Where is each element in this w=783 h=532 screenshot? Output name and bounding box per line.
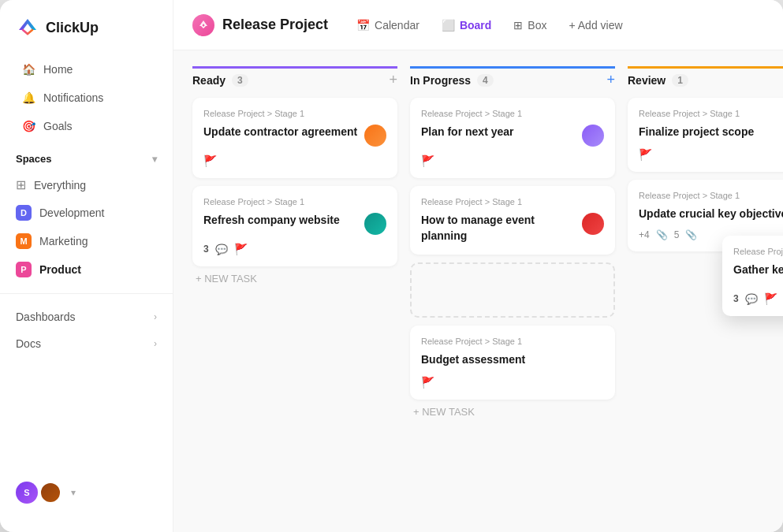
flag-red-icon: 🚩 bbox=[639, 148, 652, 161]
sidebar-marketing-label: Marketing bbox=[39, 235, 88, 247]
review-cards-list: Release Project > Stage 1 Finalize proje… bbox=[628, 98, 783, 251]
spaces-section: Spaces ▾ bbox=[0, 140, 173, 171]
new-task-in-progress-label: + NEW TASK bbox=[413, 406, 475, 418]
column-ready-add-button[interactable]: + bbox=[389, 72, 397, 88]
board: Ready 3 + Release Project > Stage 1 Upda… bbox=[173, 50, 783, 532]
sidebar-item-product[interactable]: P Product bbox=[0, 255, 173, 284]
home-icon: 🏠 bbox=[22, 63, 35, 76]
floating-comment-count: 3 bbox=[733, 293, 739, 304]
column-in-progress-title: In Progress bbox=[410, 74, 471, 87]
floating-comment-icon: 💬 bbox=[745, 293, 758, 305]
column-in-progress-count: 4 bbox=[477, 74, 494, 87]
card-meta: Release Project > Stage 1 bbox=[639, 109, 783, 118]
card-title-row: Plan for next year bbox=[421, 125, 604, 147]
comment-count: 3 bbox=[203, 244, 209, 255]
column-header-in-progress: In Progress 4 + bbox=[410, 66, 615, 98]
docs-chevron-icon: › bbox=[154, 338, 157, 349]
card-footer: 🚩 bbox=[421, 154, 604, 167]
sidebar-item-notifications[interactable]: 🔔 Notifications bbox=[6, 84, 166, 111]
sidebar-item-marketing[interactable]: M Marketing bbox=[0, 227, 173, 255]
flag-yellow-icon: 🚩 bbox=[203, 154, 217, 167]
add-view-button[interactable]: + Add view bbox=[559, 14, 632, 36]
sidebar-item-goals[interactable]: 🎯 Goals bbox=[6, 113, 166, 140]
sidebar-item-home[interactable]: 🏠 Home bbox=[6, 56, 166, 83]
bell-icon: 🔔 bbox=[22, 91, 35, 104]
card-title-row: Refresh company website bbox=[203, 213, 386, 235]
new-task-ready-button[interactable]: + NEW TASK bbox=[192, 266, 397, 291]
nav-board[interactable]: ⬜ Board bbox=[432, 14, 501, 36]
avatar-user bbox=[39, 482, 62, 504]
project-title-area: Release Project bbox=[192, 14, 328, 36]
card-footer: 3 💬 🚩 bbox=[203, 243, 386, 255]
card-avatar bbox=[364, 125, 386, 147]
flag-red-icon: 🚩 bbox=[421, 154, 434, 167]
card-meta: Release Project > Stage 1 bbox=[421, 109, 604, 118]
flag-green-icon: 🚩 bbox=[234, 243, 248, 255]
floating-flag-icon: 🚩 bbox=[764, 292, 777, 305]
calendar-icon: 📅 bbox=[356, 19, 370, 32]
card-avatar bbox=[364, 213, 386, 235]
card-title: Plan for next year bbox=[421, 125, 576, 140]
card-update-contractor[interactable]: Release Project > Stage 1 Update contrac… bbox=[192, 98, 397, 178]
comment-icon: 💬 bbox=[215, 244, 228, 255]
sidebar-everything-label: Everything bbox=[34, 179, 86, 192]
floating-card: Release Project > Stage 1 Gather key res… bbox=[722, 236, 783, 316]
card-finalize-scope[interactable]: Release Project > Stage 1 Finalize proje… bbox=[628, 98, 783, 172]
user-footer[interactable]: S ▾ bbox=[0, 469, 173, 516]
project-name: Release Project bbox=[222, 17, 328, 33]
nav-calendar[interactable]: 📅 Calendar bbox=[347, 14, 429, 36]
card-footer: 🚩 bbox=[421, 376, 604, 389]
column-ready: Ready 3 + Release Project > Stage 1 Upda… bbox=[192, 66, 397, 291]
card-budget-assessment[interactable]: Release Project > Stage 1 Budget assessm… bbox=[410, 326, 615, 400]
floating-card-meta: Release Project > Stage 1 bbox=[733, 247, 783, 256]
column-in-progress-add-button[interactable]: + bbox=[606, 72, 615, 88]
card-event-planning[interactable]: Release Project > Stage 1 How to manage … bbox=[410, 186, 615, 255]
card-plan-next-year[interactable]: Release Project > Stage 1 Plan for next … bbox=[410, 98, 615, 178]
header-nav: 📅 Calendar ⬜ Board ⊞ Box + Add view bbox=[347, 14, 632, 36]
sidebar-goals-label: Goals bbox=[43, 120, 73, 132]
card-footer: 🚩 bbox=[639, 148, 783, 161]
card-title-row: Finalize project scope bbox=[639, 125, 783, 140]
nav-box[interactable]: ⊞ Box bbox=[504, 14, 556, 36]
card-title-row: Update crucial key objectives bbox=[639, 206, 783, 222]
new-task-in-progress-button[interactable]: + NEW TASK bbox=[410, 400, 615, 424]
new-task-ready-label: + NEW TASK bbox=[196, 273, 257, 285]
footer-chevron-icon: ▾ bbox=[71, 487, 76, 498]
column-title-wrap-review: Review 1 bbox=[628, 74, 688, 87]
column-header-ready: Ready 3 + bbox=[192, 66, 397, 98]
column-review: Review 1 + Release Project > Stage 1 Fin… bbox=[628, 66, 783, 251]
column-review-count: 1 bbox=[672, 74, 688, 87]
card-title-row: Budget assessment bbox=[421, 352, 604, 368]
column-review-title: Review bbox=[628, 74, 666, 87]
card-title: Update crucial key objectives bbox=[639, 206, 783, 222]
card-title: Finalize project scope bbox=[639, 125, 783, 140]
product-dot: P bbox=[16, 262, 32, 277]
card-title: Refresh company website bbox=[203, 213, 358, 229]
floating-card-title: Gather key resources bbox=[733, 262, 783, 278]
avatar-s: S bbox=[16, 482, 38, 504]
card-refresh-website[interactable]: Release Project > Stage 1 Refresh compan… bbox=[192, 186, 397, 266]
box-icon: ⊞ bbox=[513, 19, 523, 32]
card-title: Budget assessment bbox=[421, 352, 604, 368]
card-meta: Release Project > Stage 1 bbox=[639, 191, 783, 200]
sidebar-item-dashboards[interactable]: Dashboards › bbox=[0, 303, 173, 330]
sidebar-item-development[interactable]: D Development bbox=[0, 199, 173, 227]
flag-yellow-icon: 🚩 bbox=[421, 376, 434, 389]
clickup-logo-icon bbox=[16, 16, 39, 39]
card-title-row: How to manage event planning bbox=[421, 213, 604, 244]
docs-label: Docs bbox=[16, 337, 41, 350]
dashboards-label: Dashboards bbox=[16, 311, 76, 323]
board-icon: ⬜ bbox=[442, 19, 455, 32]
sidebar-item-everything[interactable]: ⊞ Everything bbox=[0, 171, 173, 199]
sidebar-divider bbox=[0, 293, 173, 294]
column-title-wrap-in-progress: In Progress 4 bbox=[410, 74, 494, 87]
column-in-progress: In Progress 4 + Release Project > Stage … bbox=[410, 66, 615, 424]
sidebar-item-docs[interactable]: Docs › bbox=[0, 330, 173, 357]
sidebar-development-label: Development bbox=[39, 206, 105, 219]
logo[interactable]: ClickUp bbox=[0, 16, 173, 55]
header: Release Project 📅 Calendar ⬜ Board ⊞ Box… bbox=[173, 0, 783, 50]
dashboards-chevron-icon: › bbox=[154, 311, 157, 322]
spaces-chevron-icon[interactable]: ▾ bbox=[152, 154, 157, 165]
paper-clip-icon: 📎 bbox=[656, 229, 668, 240]
card-meta: Release Project > Stage 1 bbox=[421, 337, 604, 346]
